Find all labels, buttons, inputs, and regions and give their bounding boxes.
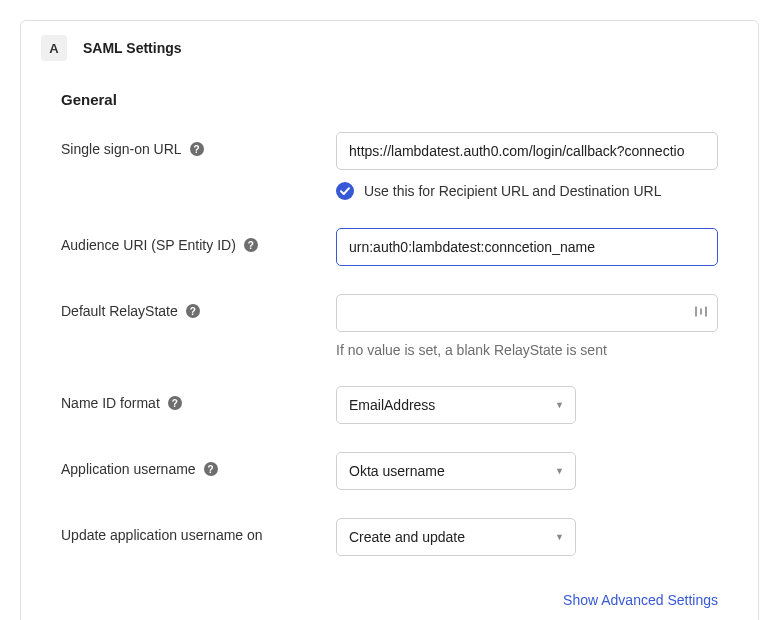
label-col-name-id: Name ID format ? — [61, 386, 336, 411]
section-badge: A — [41, 35, 67, 61]
input-col-audience-uri — [336, 228, 718, 266]
app-username-select[interactable]: Okta username — [336, 452, 576, 490]
input-col-name-id: EmailAddress ▼ — [336, 386, 718, 424]
help-icon[interactable]: ? — [190, 142, 204, 156]
input-col-update-on: Create and update ▼ — [336, 518, 718, 556]
row-app-username: Application username ? Okta username ▼ — [61, 452, 718, 490]
label-col-app-username: Application username ? — [61, 452, 336, 477]
sso-url-checkbox-label: Use this for Recipient URL and Destinati… — [364, 183, 662, 199]
relaystate-input-wrap — [336, 294, 718, 332]
saml-settings-panel: A SAML Settings General Single sign-on U… — [20, 20, 759, 620]
name-id-select[interactable]: EmailAddress — [336, 386, 576, 424]
row-relaystate: Default RelayState ? If no value is set,… — [61, 294, 718, 358]
checkbox-checked-icon[interactable] — [336, 182, 354, 200]
app-username-select-wrap: Okta username ▼ — [336, 452, 576, 490]
label-col-relaystate: Default RelayState ? — [61, 294, 336, 319]
row-update-on: Update application username on Create an… — [61, 518, 718, 556]
relaystate-input[interactable] — [336, 294, 718, 332]
update-on-select-wrap: Create and update ▼ — [336, 518, 576, 556]
relaystate-helper: If no value is set, a blank RelayState i… — [336, 342, 718, 358]
audience-uri-input[interactable] — [336, 228, 718, 266]
show-advanced-settings-link[interactable]: Show Advanced Settings — [563, 592, 718, 608]
name-id-select-wrap: EmailAddress ▼ — [336, 386, 576, 424]
label-app-username: Application username — [61, 461, 196, 477]
panel-body: General Single sign-on URL ? Use this fo… — [21, 69, 758, 620]
label-audience-uri: Audience URI (SP Entity ID) — [61, 237, 236, 253]
label-name-id: Name ID format — [61, 395, 160, 411]
label-sso-url: Single sign-on URL — [61, 141, 182, 157]
label-update-on: Update application username on — [61, 527, 263, 543]
update-on-select-value: Create and update — [349, 529, 465, 545]
label-col-update-on: Update application username on — [61, 518, 336, 543]
sso-url-checkbox-row: Use this for Recipient URL and Destinati… — [336, 182, 718, 200]
input-col-relaystate: If no value is set, a blank RelayState i… — [336, 294, 718, 358]
name-id-select-value: EmailAddress — [349, 397, 435, 413]
panel-title: SAML Settings — [83, 40, 182, 56]
help-icon[interactable]: ? — [186, 304, 200, 318]
update-on-select[interactable]: Create and update — [336, 518, 576, 556]
label-col-audience-uri: Audience URI (SP Entity ID) ? — [61, 228, 336, 253]
input-col-app-username: Okta username ▼ — [336, 452, 718, 490]
row-sso-url: Single sign-on URL ? Use this for Recipi… — [61, 132, 718, 200]
label-col-sso-url: Single sign-on URL ? — [61, 132, 336, 157]
panel-header: A SAML Settings — [21, 21, 758, 69]
advanced-link-row: Show Advanced Settings — [61, 584, 718, 620]
help-icon[interactable]: ? — [244, 238, 258, 252]
row-audience-uri: Audience URI (SP Entity ID) ? — [61, 228, 718, 266]
help-icon[interactable]: ? — [204, 462, 218, 476]
section-heading-general: General — [61, 91, 718, 108]
app-username-select-value: Okta username — [349, 463, 445, 479]
label-relaystate: Default RelayState — [61, 303, 178, 319]
row-name-id: Name ID format ? EmailAddress ▼ — [61, 386, 718, 424]
input-col-sso-url: Use this for Recipient URL and Destinati… — [336, 132, 718, 200]
help-icon[interactable]: ? — [168, 396, 182, 410]
svg-point-0 — [336, 182, 354, 200]
sso-url-input[interactable] — [336, 132, 718, 170]
